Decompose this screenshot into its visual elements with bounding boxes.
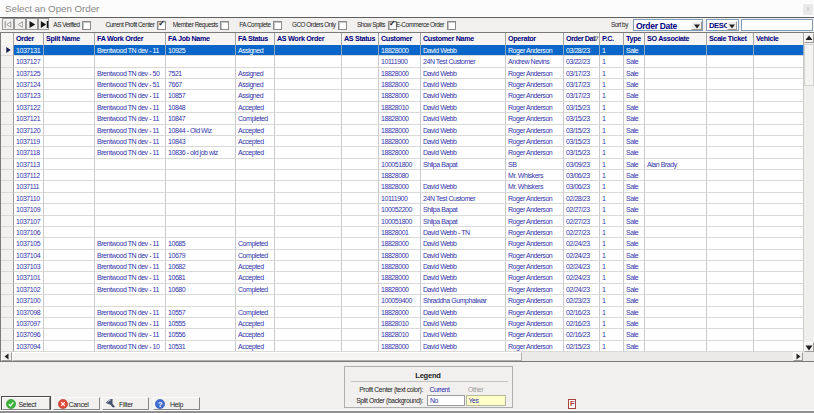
svg-text:?: ? <box>158 400 163 409</box>
